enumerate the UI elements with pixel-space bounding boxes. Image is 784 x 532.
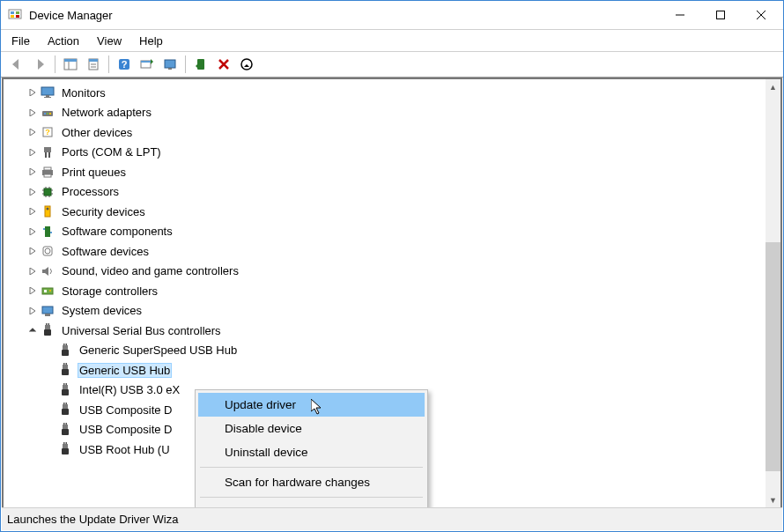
tree-node-network[interactable]: Network adapters [4,103,766,123]
svg-rect-66 [66,344,68,345]
svg-rect-86 [66,442,68,444]
toolbar-separator [55,55,55,73]
tree-node-ports[interactable]: Ports (COM & LPT) [4,143,766,163]
tree-node-storage[interactable]: Storage controllers [4,281,766,301]
menu-file[interactable]: File [3,33,39,49]
svg-rect-83 [62,429,69,435]
properties-button[interactable] [83,54,104,75]
tree-leaf-generic-usb-hub[interactable]: Generic USB Hub [4,360,766,381]
titlebar: Device Manager [1,1,783,30]
svg-rect-56 [44,290,47,292]
ctx-disable-device[interactable]: Disable device [198,417,425,440]
expand-arrow-icon[interactable] [26,146,39,159]
minimize-button[interactable] [660,2,700,28]
processor-icon [41,185,55,199]
tree-label: Security devices [60,204,147,219]
svg-rect-34 [45,152,47,158]
tree-node-other[interactable]: ? Other devices [4,122,766,143]
svg-rect-72 [63,385,68,389]
expand-arrow-icon[interactable] [26,205,39,218]
security-icon [41,204,55,218]
tree-label: Sound, video and game controllers [60,263,240,278]
vertical-scrollbar[interactable]: ▲ ▼ [766,79,780,507]
svg-rect-67 [62,350,69,356]
svg-point-49 [47,208,49,211]
tree-label: System devices [60,303,144,318]
scrollbar-thumb[interactable] [766,242,780,471]
show-hide-tree-button[interactable] [60,54,81,75]
sound-icon [41,264,55,278]
tree-node-swcomponents[interactable]: Software components [4,222,766,242]
disable-button[interactable] [236,54,257,75]
tree-node-security[interactable]: Security devices [4,202,766,222]
app-icon [8,8,22,22]
update-driver-button[interactable] [159,54,181,75]
svg-rect-79 [62,409,69,415]
tree-node-sound[interactable]: Sound, video and game controllers [4,262,766,282]
toolbar-separator [185,55,186,73]
menu-action[interactable]: Action [39,33,88,49]
expand-arrow-icon[interactable] [26,86,39,99]
svg-rect-65 [63,344,65,345]
uninstall-button[interactable] [213,54,234,75]
ctx-properties[interactable]: Properties [198,500,425,507]
tree-node-print[interactable]: Print queues [4,162,766,182]
tree-label: USB Composite D [78,403,174,417]
content-area: Monitors Network adapters ? Other device… [2,78,782,507]
expand-arrow-icon[interactable] [26,126,39,138]
expand-arrow-icon[interactable] [26,265,39,277]
usb-icon [41,323,55,337]
svg-rect-28 [44,113,46,115]
svg-rect-62 [48,323,50,325]
tree-node-processors[interactable]: Processors [4,182,766,203]
svg-text:?: ? [122,59,128,70]
scroll-down-arrow[interactable]: ▼ [766,492,780,507]
expand-arrow-icon[interactable] [26,305,39,317]
statusbar: Launches the Update Driver Wiza [2,507,782,530]
enable-device-button[interactable] [190,54,211,75]
menu-view[interactable]: View [88,33,130,49]
tree-node-system[interactable]: System devices [4,301,766,321]
context-menu: Update driver Disable device Uninstall d… [195,389,428,507]
scan-hardware-button[interactable] [137,54,158,75]
ctx-scan-hardware[interactable]: Scan for hardware changes [198,470,425,494]
forward-button[interactable] [29,54,50,75]
expand-arrow-icon[interactable] [26,107,39,119]
usb-icon [58,423,72,437]
svg-rect-30 [49,113,51,115]
storage-icon [41,284,55,298]
collapse-arrow-icon[interactable] [26,324,39,336]
tree-label: Universal Serial Bus controllers [60,323,223,338]
tree-node-monitors[interactable]: Monitors [4,83,766,103]
svg-rect-22 [197,59,204,70]
svg-rect-69 [63,363,65,365]
usb-icon [58,383,72,397]
svg-rect-78 [66,403,68,404]
help-button[interactable]: ? [114,54,135,75]
menu-help[interactable]: Help [130,33,172,49]
svg-rect-73 [63,383,65,385]
expand-arrow-icon[interactable] [26,245,39,257]
ctx-uninstall-device[interactable]: Uninstall device [198,440,425,464]
tree-leaf-usb-ss-hub[interactable]: Generic SuperSpeed USB Hub [4,341,766,361]
tree-node-swdevices[interactable]: Software devices [4,241,766,262]
svg-rect-51 [43,228,45,230]
tree-label: USB Composite D [78,422,174,437]
back-button[interactable] [6,54,27,75]
close-button[interactable] [741,2,781,28]
svg-rect-80 [63,425,68,429]
ctx-separator [200,497,423,498]
tree-node-usb[interactable]: Universal Serial Bus controllers [4,321,766,341]
expand-arrow-icon[interactable] [26,166,39,178]
window-title: Device Manager [29,9,660,22]
maximize-button[interactable] [700,2,741,28]
svg-rect-6 [717,11,725,19]
tree-label: Other devices [60,125,134,140]
expand-arrow-icon[interactable] [26,186,39,198]
scroll-up-arrow[interactable]: ▲ [766,79,780,94]
expand-arrow-icon[interactable] [26,225,39,238]
svg-rect-74 [66,383,68,385]
printer-icon [41,165,55,179]
expand-arrow-icon[interactable] [26,284,39,297]
ctx-update-driver[interactable]: Update driver [198,393,425,417]
